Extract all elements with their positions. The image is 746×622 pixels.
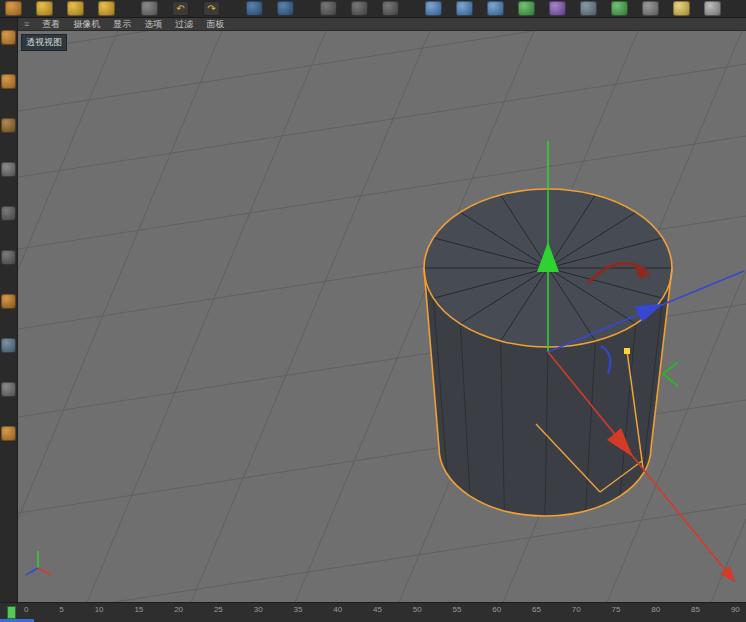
points-mode-icon[interactable] — [1, 206, 16, 221]
camera-icon[interactable] — [642, 1, 659, 16]
snap-icon[interactable] — [1, 426, 16, 441]
frame-label: 50 — [413, 605, 422, 614]
menu-item-2[interactable]: 显示 — [113, 18, 131, 31]
panel-grid-icon[interactable]: ≡ — [24, 19, 29, 29]
left-toolbar — [0, 18, 18, 602]
texture-mode-icon[interactable] — [1, 118, 16, 133]
viewport-scene — [18, 31, 746, 602]
scale-tool-icon[interactable] — [67, 1, 84, 16]
primitive-cube-icon[interactable] — [425, 1, 442, 16]
frame-label: 70 — [572, 605, 581, 614]
frame-label: 15 — [134, 605, 143, 614]
frame-label: 45 — [373, 605, 382, 614]
timeline[interactable]: 051015202530354045505560657075808590 — [0, 602, 746, 622]
viewport-label[interactable]: 透视视图 — [21, 34, 67, 51]
axis-indicator-x — [38, 568, 51, 575]
gizmo-plane-handle-green[interactable] — [663, 362, 678, 386]
frame-label: 10 — [95, 605, 104, 614]
live-selection-icon[interactable] — [5, 1, 22, 16]
workplane-mode-icon[interactable] — [1, 162, 16, 177]
make-editable-icon[interactable] — [1, 30, 16, 45]
deformers-icon[interactable] — [549, 1, 566, 16]
frame-label: 0 — [24, 605, 28, 614]
frame-label: 30 — [254, 605, 263, 614]
frame-label: 85 — [691, 605, 700, 614]
rotate-tool-icon[interactable] — [98, 1, 115, 16]
frame-label: 25 — [214, 605, 223, 614]
render-view-icon[interactable] — [320, 1, 337, 16]
generators-icon[interactable] — [518, 1, 535, 16]
frame-label: 55 — [453, 605, 462, 614]
display-mode-icon[interactable] — [704, 1, 721, 16]
redo-icon[interactable]: ↷ — [203, 1, 220, 16]
render-settings-icon[interactable] — [382, 1, 399, 16]
frame-label: 5 — [59, 605, 63, 614]
axis-indicator-z — [26, 568, 38, 575]
gizmo-x-axis-end-arrow — [720, 566, 735, 582]
coordinate-system-icon[interactable] — [246, 1, 263, 16]
workplane-icon[interactable] — [277, 1, 294, 16]
last-tool-icon[interactable] — [141, 1, 158, 16]
viewport-solo-icon[interactable] — [1, 382, 16, 397]
frame-label: 90 — [731, 605, 740, 614]
model-mode-icon[interactable] — [1, 74, 16, 89]
frame-label: 20 — [174, 605, 183, 614]
frame-label: 35 — [293, 605, 302, 614]
light-icon[interactable] — [673, 1, 690, 16]
environment-icon[interactable] — [580, 1, 597, 16]
enable-axis-icon[interactable] — [1, 338, 16, 353]
top-toolbar: ↶↷ — [0, 0, 746, 18]
menu-item-5[interactable]: 面板 — [206, 18, 224, 31]
menu-item-4[interactable]: 过滤 — [175, 18, 193, 31]
mograph-icon[interactable] — [611, 1, 628, 16]
undo-icon[interactable]: ↶ — [172, 1, 189, 16]
polygons-mode-icon[interactable] — [1, 294, 16, 309]
menu-item-1[interactable]: 摄像机 — [73, 18, 100, 31]
perspective-viewport[interactable]: 透视视图 — [18, 31, 746, 602]
timeline-ruler[interactable]: 051015202530354045505560657075808590 — [24, 605, 740, 614]
world-axis-indicator — [26, 551, 51, 575]
menu-item-3[interactable]: 选项 — [144, 18, 162, 31]
frame-label: 75 — [612, 605, 621, 614]
render-picture-viewer-icon[interactable] — [351, 1, 368, 16]
viewport-menu-bar: ≡ 查看摄像机显示选项过滤面板 — [18, 18, 746, 31]
frame-label: 40 — [333, 605, 342, 614]
current-frame-marker[interactable] — [7, 606, 16, 619]
selected-vertex-handle[interactable] — [624, 348, 630, 354]
frame-label: 65 — [532, 605, 541, 614]
move-tool-icon[interactable] — [36, 1, 53, 16]
frame-label: 60 — [492, 605, 501, 614]
edges-mode-icon[interactable] — [1, 250, 16, 265]
spline-pen-icon[interactable] — [456, 1, 473, 16]
subdivision-surface-icon[interactable] — [487, 1, 504, 16]
menu-item-0[interactable]: 查看 — [42, 18, 60, 31]
frame-label: 80 — [651, 605, 660, 614]
